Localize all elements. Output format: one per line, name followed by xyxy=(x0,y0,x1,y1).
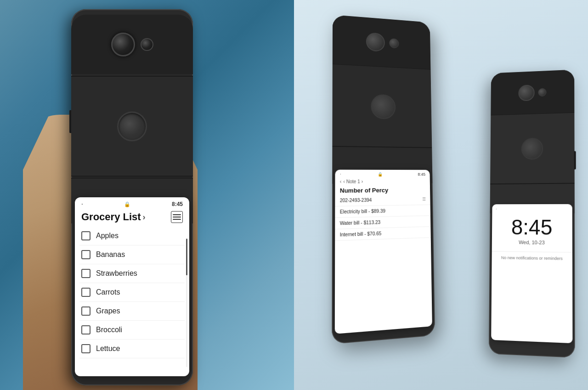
phone-body-left: ⋅ 🔒 8:45 Grocery List › xyxy=(71,9,193,385)
camera-module-far-right xyxy=(491,70,574,115)
notes-item-icon-1: ☰ xyxy=(422,197,426,201)
notes-item-4: Internet bill - $70.65 xyxy=(335,227,431,241)
phone-mid-far-right xyxy=(490,112,575,184)
item-label: Apples xyxy=(96,232,119,240)
camera-module-left xyxy=(71,15,193,74)
eink-screen-left: ⋅ 🔒 8:45 Grocery List › xyxy=(75,197,189,376)
scrollbar-thumb[interactable] xyxy=(186,239,187,275)
item-label: Grapes xyxy=(96,307,120,315)
left-panel: ⋅ 🔒 8:45 Grocery List › xyxy=(0,0,294,390)
status-icons-left: ⋅ xyxy=(81,201,83,207)
phone-left: ⋅ 🔒 8:45 Grocery List › xyxy=(71,9,193,385)
list-item[interactable]: Strawberries xyxy=(79,264,185,283)
list-item[interactable]: Bananas xyxy=(79,245,185,264)
lock-icon-center: 🔒 xyxy=(378,172,383,177)
item-label: Bananas xyxy=(96,251,125,259)
camera-lens-small xyxy=(141,38,153,51)
notes-item-text-3: Water bill - $113.23 xyxy=(340,220,380,226)
notes-item-text-2: Electricity bill - $89.39 xyxy=(340,208,385,214)
nav-text-center: ‹ Note 1 › xyxy=(343,179,363,184)
eink-screen-far-right: ⋅ 8:45 Wed, 10-23 No new notifications o… xyxy=(491,204,572,343)
camera-lens-fr-small xyxy=(538,88,546,96)
notes-item-text-4: Internet bill - $70.65 xyxy=(340,231,382,237)
notes-title: Number of Percy xyxy=(335,185,430,195)
checkbox-bananas[interactable] xyxy=(81,250,90,259)
grocery-title: Grocery List › xyxy=(81,211,146,223)
notes-nav: ‹ ‹ Note 1 › xyxy=(335,178,430,186)
list-item[interactable]: Broccoli xyxy=(79,321,185,340)
lock-time: 8:45 xyxy=(492,212,572,238)
time-center: 8:45 xyxy=(418,172,425,177)
fingerprint-center xyxy=(371,94,396,119)
title-chevron-icon: › xyxy=(143,212,146,222)
fingerprint-sensor xyxy=(117,111,147,141)
checkbox-broccoli[interactable] xyxy=(81,325,90,334)
checkbox-lettuce[interactable] xyxy=(81,344,90,353)
phone-far-right: noa ⋅ 8:45 Wed, 10-23 No new notificatio… xyxy=(489,70,575,358)
status-bar: ⋅ 🔒 8:45 xyxy=(75,197,189,209)
camera-lens-center-main xyxy=(366,32,385,52)
fingerprint-far-right xyxy=(521,138,543,160)
right-panel: ⋅ 🔒 8:45 ‹ ‹ Note 1 › Number of Percy 20… xyxy=(294,0,588,390)
volume-button-fr xyxy=(574,151,576,169)
menu-line-2 xyxy=(173,217,181,217)
item-label: Carrots xyxy=(96,288,120,296)
back-icon-center: ‹ xyxy=(340,179,341,184)
phone-body-center: ⋅ 🔒 8:45 ‹ ‹ Note 1 › Number of Percy 20… xyxy=(332,15,435,344)
phone-body-far-right: noa ⋅ 8:45 Wed, 10-23 No new notificatio… xyxy=(489,70,575,358)
bluetooth-icon-center: ⋅ xyxy=(340,172,341,177)
camera-lens-main xyxy=(111,33,135,56)
phone-center: ⋅ 🔒 8:45 ‹ ‹ Note 1 › Number of Percy 20… xyxy=(332,15,435,344)
checklist: Apples Bananas Strawberries Carrots xyxy=(75,227,189,358)
phone-mid-section xyxy=(71,76,193,177)
lock-message: No new notifications or reminders xyxy=(492,251,573,265)
list-item[interactable]: Apples xyxy=(79,227,185,245)
status-bar-far-right: ⋅ xyxy=(492,204,572,212)
menu-line-1 xyxy=(173,214,181,215)
bluetooth-icon-fr: ⋅ xyxy=(496,207,497,211)
camera-lens-fr-main xyxy=(518,84,534,101)
item-label: Broccoli xyxy=(96,326,122,334)
item-label: Lettuce xyxy=(96,345,120,353)
menu-icon[interactable] xyxy=(171,211,183,223)
checkbox-apples[interactable] xyxy=(81,231,90,240)
bluetooth-icon: ⋅ xyxy=(81,201,83,207)
notes-item-text-1: 202-2493-2394 xyxy=(340,197,372,203)
camera-module-center xyxy=(333,15,431,69)
checkbox-grapes[interactable] xyxy=(81,306,90,316)
list-item[interactable]: Grapes xyxy=(79,302,185,321)
lock-icon: 🔒 xyxy=(124,201,130,207)
screen-header: Grocery List › xyxy=(75,209,189,227)
phone-mid-center xyxy=(332,64,432,148)
checkbox-strawberries[interactable] xyxy=(81,269,90,278)
notes-item-1: 202-2493-2394 ☰ xyxy=(335,194,430,206)
lock-date: Wed, 10-23 xyxy=(492,237,572,250)
scrollbar xyxy=(186,239,187,367)
list-item[interactable]: Carrots xyxy=(79,283,185,302)
checkbox-carrots[interactable] xyxy=(81,288,90,297)
time-display: 8:45 xyxy=(172,201,183,207)
item-label: Strawberries xyxy=(96,269,137,278)
camera-lens-center-small xyxy=(389,38,399,48)
menu-line-3 xyxy=(173,219,181,220)
eink-screen-center: ⋅ 🔒 8:45 ‹ ‹ Note 1 › Number of Percy 20… xyxy=(335,170,432,334)
list-item[interactable]: Lettuce xyxy=(79,340,185,358)
status-bar-center: ⋅ 🔒 8:45 xyxy=(335,170,430,178)
